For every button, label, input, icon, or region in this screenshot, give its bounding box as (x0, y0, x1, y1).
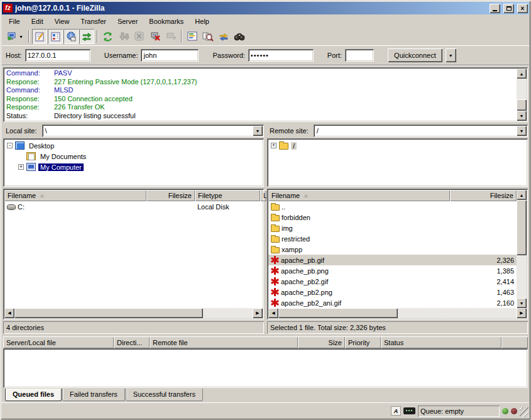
local-horizontal-scrollbar[interactable]: ◀ ▶ (4, 308, 263, 318)
transfer-type-icon[interactable]: A (391, 406, 401, 416)
file-icon (271, 299, 279, 307)
column-header-server-local-file[interactable]: Server/Local file (3, 336, 114, 348)
file-row[interactable]: .. (268, 201, 517, 212)
file-row[interactable]: apache_pb.gif 2,326 (268, 255, 517, 265)
file-row[interactable]: restricted (268, 233, 517, 244)
directory-comparison-button[interactable] (200, 29, 216, 44)
toggle-message-log-button[interactable] (32, 29, 47, 44)
close-button[interactable]: × (517, 4, 528, 13)
username-input[interactable] (141, 49, 199, 62)
column-header-filesize[interactable]: Filesize (450, 190, 517, 201)
scroll-down-icon[interactable]: ▼ (517, 298, 527, 308)
process-queue-button[interactable] (116, 29, 131, 44)
column-header-filename[interactable]: Filename (268, 190, 450, 201)
tree-item-label[interactable]: My Documents (38, 153, 88, 160)
quickconnect-dropdown-button[interactable]: ▼ (446, 48, 456, 62)
column-header-status[interactable]: Status (381, 336, 501, 348)
queue-body[interactable] (3, 348, 528, 388)
remote-site-combo[interactable]: / ▼ (314, 124, 528, 137)
file-row[interactable]: apache_pb.png 1,385 (268, 265, 517, 276)
scroll-right-icon[interactable]: ▶ (253, 308, 263, 318)
menu-item[interactable]: Edit (26, 16, 49, 27)
file-icon (271, 226, 280, 232)
host-input[interactable] (25, 49, 90, 62)
menu-item[interactable]: Transfer (75, 16, 112, 27)
local-hscroll-thumb[interactable] (14, 308, 203, 318)
toggle-local-tree-button[interactable] (48, 29, 63, 44)
reconnect-button[interactable] (163, 29, 178, 44)
queue-tab[interactable]: Successful transfers (126, 389, 203, 401)
port-input[interactable] (345, 49, 374, 62)
remote-horizontal-scrollbar[interactable]: ◀ ▶ (268, 308, 527, 318)
file-row[interactable]: apache_pb2.png 1,463 (268, 287, 517, 297)
remote-vscroll-track[interactable] (517, 200, 527, 298)
menu-item[interactable]: File (3, 16, 26, 27)
column-header-remote-file[interactable]: Remote file (150, 336, 298, 348)
tree-expander[interactable]: + (271, 143, 276, 148)
tree-expander[interactable]: - (7, 143, 13, 148)
synchronized-browsing-button[interactable] (216, 29, 231, 44)
file-row[interactable]: xampp (268, 244, 517, 255)
refresh-button[interactable] (101, 29, 116, 44)
queue-tab[interactable]: Queued files (5, 389, 62, 401)
file-row[interactable]: img (268, 223, 517, 233)
file-row[interactable]: apache_pb2_ani.gif 2,160 (268, 297, 517, 308)
remote-vscroll-thumb[interactable] (517, 200, 527, 255)
tree-item[interactable]: - Desktop (4, 140, 263, 151)
log-scroll-track[interactable] (517, 79, 527, 111)
file-row[interactable]: apache_pb2.gif 2,414 (268, 276, 517, 287)
minimize-button[interactable] (490, 4, 500, 13)
scroll-up-icon[interactable]: ▲ (517, 69, 527, 79)
chevron-down-icon[interactable]: ▼ (253, 126, 263, 136)
remote-hscroll-thumb[interactable] (278, 308, 398, 318)
column-header-filename[interactable]: Filename (4, 190, 146, 201)
chevron-down-icon[interactable]: ▼ (517, 126, 527, 136)
column-header-size[interactable]: Size (298, 336, 345, 348)
site-manager-button[interactable]: ▼ (4, 29, 26, 44)
directory-filters-button[interactable] (185, 29, 200, 44)
tree-item[interactable]: + / (268, 140, 527, 151)
log-scroll-thumb[interactable] (517, 99, 527, 111)
filezilla-window: fz john@127.0.0.1 - FileZilla × FileEdit… (0, 0, 531, 420)
queue-tab[interactable]: Failed transfers (62, 389, 125, 401)
site-manager-dropdown-icon[interactable]: ▼ (19, 35, 23, 39)
column-header-filetype[interactable]: Filetype (195, 190, 260, 201)
disconnect-button[interactable] (148, 29, 163, 44)
tree-item[interactable]: + My Computer (4, 162, 263, 172)
tree-item[interactable]: My Documents (4, 151, 263, 162)
scroll-left-icon[interactable]: ◀ (268, 308, 278, 318)
speed-limits-icon[interactable] (403, 407, 415, 414)
scroll-down-icon[interactable]: ▼ (517, 111, 527, 121)
remote-hscroll-track[interactable] (278, 308, 517, 318)
find-files-button[interactable] (232, 29, 247, 44)
cancel-button[interactable] (132, 29, 147, 44)
file-row[interactable]: forbidden (268, 212, 517, 223)
column-header-filesize[interactable]: Filesize (146, 190, 195, 201)
toggle-transfer-queue-button[interactable] (79, 29, 94, 44)
menu-item[interactable]: Help (189, 16, 215, 27)
menu-item[interactable]: View (49, 16, 75, 27)
tree-item-label[interactable]: My Computer (38, 163, 84, 171)
remote-vertical-scrollbar[interactable]: ▲ ▼ (517, 190, 527, 308)
scroll-up-icon[interactable]: ▲ (517, 190, 527, 200)
maximize-button[interactable] (503, 4, 514, 13)
resize-grip[interactable] (520, 407, 528, 417)
local-hscroll-track[interactable] (14, 308, 253, 318)
tree-expander[interactable]: + (18, 164, 24, 170)
menu-item[interactable]: Bookmarks (143, 16, 189, 27)
column-header-priority[interactable]: Priority (345, 336, 381, 348)
password-input[interactable] (248, 49, 314, 62)
column-header-lastmodified[interactable]: L (260, 190, 266, 201)
log-scrollbar[interactable]: ▲ ▼ (517, 69, 527, 121)
scroll-left-icon[interactable]: ◀ (4, 308, 14, 318)
quickconnect-button[interactable]: Quickconnect (388, 48, 442, 62)
file-row[interactable]: C: Local Disk (4, 201, 263, 212)
toggle-remote-tree-button[interactable] (63, 29, 79, 44)
local-site-combo[interactable]: \ ▼ (42, 124, 264, 137)
scroll-right-icon[interactable]: ▶ (517, 308, 527, 318)
log-line-label: Response: (6, 78, 54, 87)
column-header-direction[interactable]: Directi... (114, 336, 150, 348)
tree-item-label[interactable]: / (291, 142, 297, 150)
tree-item-label[interactable]: Desktop (27, 142, 56, 150)
menu-item[interactable]: Server (112, 16, 143, 27)
